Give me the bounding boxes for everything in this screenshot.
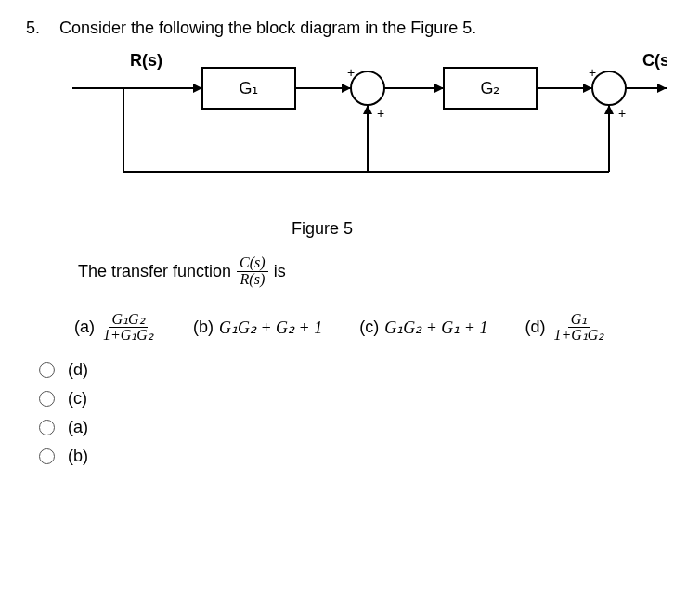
option-a-num: G₁G₂ [109,312,147,329]
option-d-tag: (d) [525,318,546,337]
radio-row-c[interactable]: (c) [39,389,674,409]
figure-caption: Figure 5 [0,219,674,239]
block-g1-label: G₁ [239,79,258,98]
option-d-den: 1+G₁G₂ [551,328,607,344]
radio-label: (d) [68,360,88,380]
option-c: (c) G₁G₂ + G₁ + 1 [359,318,487,338]
question-row: 5. Consider the following the block diag… [26,19,674,38]
radio-choice-list: (d) (c) (a) (b) [39,360,674,466]
radio-row-d[interactable]: (d) [39,360,674,380]
question-number: 5. [26,19,46,38]
option-b: (b) G₁G₂ + G₂ + 1 [193,318,322,338]
radio-button-icon[interactable] [39,448,55,464]
option-d-num: G₁ [568,312,590,329]
transfer-function-prompt: The transfer function C(s) R(s) is [78,255,674,288]
option-b-expr: G₁G₂ + G₂ + 1 [219,318,322,338]
option-d: (d) G₁ 1+G₁G₂ [525,312,607,344]
output-label: C(s) [642,51,667,70]
option-a-tag: (a) [74,318,95,337]
svg-point-7 [351,72,384,105]
sum1-plus-top: + [347,65,355,80]
option-a: (a) G₁G₂ 1+G₁G₂ [74,312,156,344]
tf-den: R(s) [238,272,268,288]
option-d-frac: G₁ 1+G₁G₂ [551,312,607,344]
sum1-plus-bottom: + [377,106,384,121]
radio-button-icon[interactable] [39,420,55,436]
tf-after: is [274,262,286,281]
option-c-tag: (c) [359,318,379,337]
option-b-tag: (b) [193,318,214,337]
radio-label: (b) [68,447,88,466]
tf-num: C(s) [237,255,268,272]
radio-button-icon[interactable] [39,391,55,407]
option-a-den: 1+G₁G₂ [100,328,156,344]
radio-label: (c) [68,389,87,409]
svg-point-13 [592,72,626,105]
svg-marker-20 [604,105,614,114]
svg-marker-18 [363,105,372,114]
question-text: Consider the following the block diagram… [59,19,476,38]
svg-marker-6 [342,84,351,93]
option-a-frac: G₁G₂ 1+G₁G₂ [100,312,156,344]
radio-button-icon[interactable] [39,362,55,378]
radio-row-a[interactable]: (a) [39,418,674,437]
block-diagram: G₁ G₂ R(s) C(s) + + + + [72,51,674,214]
radio-label: (a) [68,418,88,437]
svg-marker-15 [657,84,667,93]
sum2-plus-bottom: + [618,106,626,121]
tf-fraction: C(s) R(s) [237,255,268,288]
block-g2-label: G₂ [480,79,499,98]
tf-before: The transfer function [78,262,231,281]
svg-marker-12 [583,84,592,93]
svg-marker-9 [434,84,444,93]
option-c-expr: G₁G₂ + G₁ + 1 [384,318,487,338]
answer-options-row: (a) G₁G₂ 1+G₁G₂ (b) G₁G₂ + G₂ + 1 (c) G₁… [74,312,674,344]
sum2-plus-top: + [589,65,596,80]
svg-marker-3 [193,84,202,93]
input-label: R(s) [130,51,162,70]
radio-row-b[interactable]: (b) [39,447,674,466]
